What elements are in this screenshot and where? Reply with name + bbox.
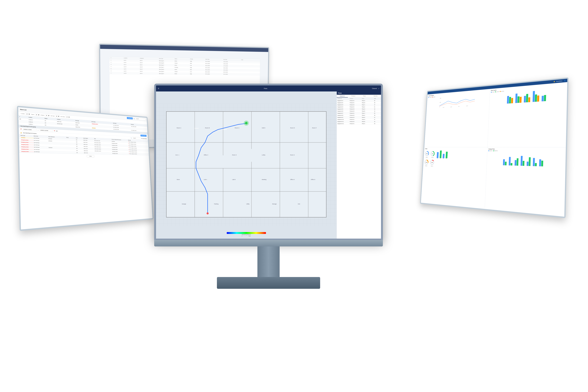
legend-dot-in-flow bbox=[491, 92, 492, 93]
svg-text:40%: 40% bbox=[431, 162, 433, 163]
svg-text:Room E: Room E bbox=[290, 127, 295, 128]
legend-rejections: Rejections bbox=[493, 150, 498, 151]
sidebar-row: Equipment #4Protocol #1Place A61 bbox=[337, 106, 381, 108]
start-time-input[interactable] bbox=[22, 128, 37, 131]
user-name: ResortMana... bbox=[556, 80, 563, 82]
task-type-select[interactable]: All bbox=[55, 115, 60, 118]
donut-3-chart: 54% bbox=[424, 159, 429, 165]
svg-text:70%: 70% bbox=[432, 153, 434, 154]
filter-location: ↑ Location All bbox=[20, 112, 30, 115]
forms-panel: Forms 60% Param A bbox=[421, 147, 488, 207]
sidebar-header: Flows bbox=[337, 92, 381, 95]
sidebar-row: Equipment #10Protocol #1Place D47 bbox=[337, 118, 381, 120]
forms-title: Forms bbox=[425, 148, 486, 150]
svg-text:54%: 54% bbox=[426, 162, 427, 163]
svg-text:Apr: Apr bbox=[521, 165, 522, 166]
tab-protocol[interactable]: Protocol bbox=[348, 95, 359, 98]
floor-plan-svg: Room A Room B Room C Hall D Room E Room … bbox=[156, 92, 336, 238]
assignee-select[interactable]: All bbox=[45, 114, 50, 117]
svg-rect-55 bbox=[528, 97, 530, 102]
monitor-bezel bbox=[154, 240, 383, 246]
svg-text:Jun 28: Jun 28 bbox=[516, 102, 518, 103]
svg-text:Jul 1: Jul 1 bbox=[543, 100, 544, 102]
sidebar-row: Equipment #11Protocol #2Place B33 bbox=[337, 120, 381, 123]
legend-last-flow: Last Flow bbox=[495, 91, 499, 92]
svg-text:Jan: Jan bbox=[503, 164, 504, 165]
floor-counts-panel: Floor Counts In Flow Last Flow Last Pric… bbox=[488, 82, 567, 147]
svg-text:Exit: Exit bbox=[298, 203, 300, 204]
channel-button[interactable]: Channel bbox=[372, 88, 377, 89]
tab-new-eq[interactable]: New Eq bbox=[370, 95, 381, 98]
svg-text:Garage: Garage bbox=[182, 203, 186, 204]
legend-dot-last-price bbox=[500, 91, 500, 92]
svg-rect-47 bbox=[507, 96, 509, 104]
user-avatar: 👤 bbox=[564, 80, 566, 82]
donut-1: 60% Param A bbox=[424, 151, 429, 158]
asset-utilization-panel: Asset Utilization In Month Prediction bbox=[424, 89, 490, 147]
dashboard-body: Asset Utilization In Month Prediction bbox=[421, 82, 567, 215]
main-screen-header: ☰ Flows Channel ⤢ bbox=[156, 86, 381, 92]
svg-text:Jan: Jan bbox=[437, 158, 438, 159]
colorbar-labels: 0 500m bbox=[242, 236, 251, 236]
svg-text:Parking: Parking bbox=[214, 203, 218, 204]
svg-text:Office 6: Office 6 bbox=[311, 179, 315, 180]
auto-status-select[interactable]: All bbox=[65, 116, 70, 118]
alarm-section-label: View Detail Report for the group bbox=[23, 132, 36, 134]
end-time-input[interactable] bbox=[40, 129, 53, 132]
colorbar-label: Monitoring distance bbox=[242, 234, 251, 235]
sidebar-tabs: Equipment Protocol Place New Eq bbox=[337, 95, 381, 98]
clear-all-alarm-button[interactable]: Clear All Alarm bbox=[140, 134, 146, 137]
sidebar-row: Equipment #5Protocol #3Place D29 bbox=[337, 108, 381, 110]
sidebar-row: Equipment #6Protocol #2Place B44 bbox=[337, 110, 381, 112]
sidebar-row: Equipment #7Protocol #1Place C55 bbox=[337, 112, 381, 114]
svg-rect-91 bbox=[516, 158, 518, 166]
donut-4: 40% Param D bbox=[430, 159, 434, 166]
donut-1-chart: 60% bbox=[424, 151, 429, 156]
svg-rect-75 bbox=[446, 152, 448, 158]
menu-icon: ☰ bbox=[158, 88, 159, 90]
svg-rect-51 bbox=[517, 96, 520, 103]
sidebar-row: Equipment #2Protocol #1Place B48 bbox=[337, 102, 381, 104]
svg-rect-97 bbox=[535, 163, 537, 166]
svg-rect-1 bbox=[166, 112, 326, 217]
forms-content: 60% Param A 70% Param B bbox=[424, 150, 486, 160]
alarm-search-input[interactable] bbox=[132, 137, 140, 140]
search-icon-2: 🔍 bbox=[131, 138, 132, 138]
tab-equipment[interactable]: Equipment bbox=[337, 95, 348, 98]
avg-times-chart: Jan Feb Mar Apr May Jun Jul bbox=[488, 152, 564, 167]
svg-rect-72 bbox=[437, 152, 439, 158]
search-input[interactable] bbox=[135, 118, 146, 120]
svg-text:Room A: Room A bbox=[177, 127, 181, 128]
svg-text:Mar: Mar bbox=[443, 158, 444, 159]
location-select[interactable]: All bbox=[25, 113, 30, 115]
svg-rect-96 bbox=[533, 158, 535, 166]
donut-4-chart: 40% bbox=[430, 159, 434, 165]
svg-text:Apr: Apr bbox=[446, 158, 447, 159]
svg-rect-48 bbox=[509, 97, 511, 104]
svg-text:Room B: Room B bbox=[205, 127, 210, 128]
legend-approvals: Approvals bbox=[488, 150, 492, 151]
legend-dot-approvals bbox=[488, 150, 489, 151]
svg-rect-92 bbox=[520, 156, 522, 166]
flows-sidebar: Flows Equipment Protocol Place New Eq Eq… bbox=[336, 92, 381, 238]
svg-rect-73 bbox=[440, 150, 442, 158]
main-screen: ☰ Flows Channel ⤢ bbox=[154, 84, 383, 240]
svg-rect-89 bbox=[510, 163, 512, 166]
svg-text:Office 5: Office 5 bbox=[290, 179, 295, 180]
svg-rect-53 bbox=[524, 96, 526, 102]
svg-text:Storage: Storage bbox=[272, 203, 276, 204]
svg-text:Jul: Jul bbox=[540, 165, 540, 166]
svg-rect-87 bbox=[505, 162, 506, 165]
close-button[interactable]: Close bbox=[87, 155, 94, 158]
svg-text:Feb: Feb bbox=[440, 158, 441, 159]
tab-place[interactable]: Place bbox=[359, 95, 370, 98]
alarm-list-screen: Alarm List + New Flow 🔍 ↑ Location All R… bbox=[17, 106, 154, 231]
legend-dot-last-flow bbox=[495, 91, 496, 92]
donut-2-chart: 70% bbox=[430, 151, 435, 156]
legend-dot-prediction bbox=[432, 97, 432, 98]
new-flow-button[interactable]: + New Flow bbox=[127, 117, 133, 119]
region-select[interactable]: All bbox=[35, 114, 40, 116]
svg-text:Utility: Utility bbox=[246, 203, 250, 204]
svg-text:Jul 28: Jul 28 bbox=[450, 106, 452, 108]
legend-in-month: In Month bbox=[428, 97, 431, 98]
